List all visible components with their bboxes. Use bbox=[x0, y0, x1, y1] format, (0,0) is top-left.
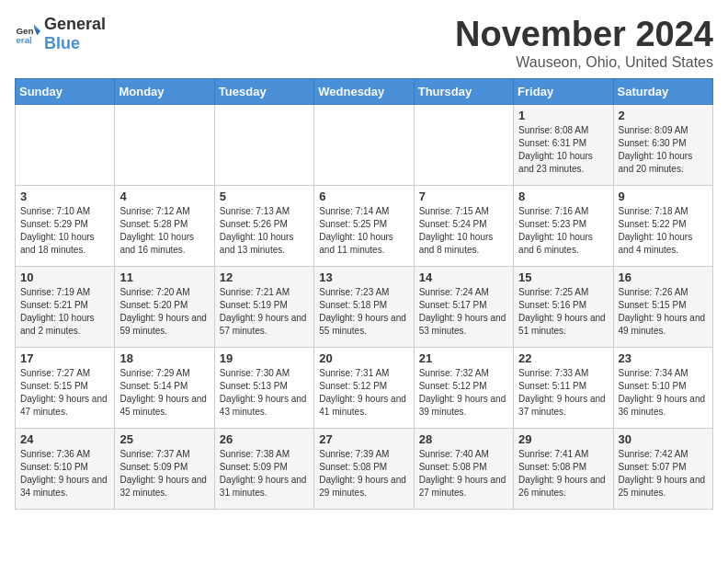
page-header: Gen eral General Blue November 2024 Waus… bbox=[15, 15, 713, 71]
day-info: Sunrise: 7:14 AM Sunset: 5:25 PM Dayligh… bbox=[319, 205, 408, 257]
weekday-header-monday: Monday bbox=[115, 79, 214, 105]
logo-blue: Blue bbox=[44, 34, 80, 52]
weekday-header-row: SundayMondayTuesdayWednesdayThursdayFrid… bbox=[16, 79, 713, 105]
day-info: Sunrise: 7:13 AM Sunset: 5:26 PM Dayligh… bbox=[220, 205, 309, 257]
calendar-cell: 30Sunrise: 7:42 AM Sunset: 5:07 PM Dayli… bbox=[613, 429, 712, 510]
day-number: 28 bbox=[419, 432, 508, 446]
calendar-cell: 23Sunrise: 7:34 AM Sunset: 5:10 PM Dayli… bbox=[613, 348, 712, 429]
day-number: 30 bbox=[619, 432, 708, 446]
logo-wordmark: General Blue bbox=[44, 15, 106, 53]
day-number: 7 bbox=[419, 190, 508, 203]
calendar-cell bbox=[414, 105, 513, 186]
day-info: Sunrise: 7:34 AM Sunset: 5:10 PM Dayligh… bbox=[619, 367, 708, 419]
day-number: 3 bbox=[20, 190, 109, 203]
day-info: Sunrise: 7:32 AM Sunset: 5:12 PM Dayligh… bbox=[419, 367, 508, 419]
weekday-header-wednesday: Wednesday bbox=[314, 79, 414, 105]
weekday-header-saturday: Saturday bbox=[613, 79, 712, 105]
day-info: Sunrise: 7:16 AM Sunset: 5:23 PM Dayligh… bbox=[518, 205, 608, 257]
logo-general: General bbox=[44, 15, 106, 33]
day-info: Sunrise: 7:39 AM Sunset: 5:08 PM Dayligh… bbox=[319, 448, 408, 500]
day-number: 15 bbox=[518, 270, 608, 284]
calendar-cell: 12Sunrise: 7:21 AM Sunset: 5:19 PM Dayli… bbox=[214, 267, 313, 348]
day-info: Sunrise: 7:23 AM Sunset: 5:18 PM Dayligh… bbox=[319, 286, 408, 338]
calendar-cell: 4Sunrise: 7:12 AM Sunset: 5:28 PM Daylig… bbox=[115, 186, 214, 267]
calendar-cell bbox=[214, 105, 313, 186]
calendar-cell: 25Sunrise: 7:37 AM Sunset: 5:09 PM Dayli… bbox=[115, 429, 214, 510]
day-number: 13 bbox=[319, 270, 408, 284]
calendar-title: November 2024 bbox=[455, 15, 713, 54]
day-info: Sunrise: 7:38 AM Sunset: 5:09 PM Dayligh… bbox=[220, 448, 309, 500]
calendar-cell: 9Sunrise: 7:18 AM Sunset: 5:22 PM Daylig… bbox=[613, 186, 712, 267]
day-info: Sunrise: 7:36 AM Sunset: 5:10 PM Dayligh… bbox=[20, 448, 109, 500]
day-number: 21 bbox=[419, 351, 508, 365]
weekday-header-friday: Friday bbox=[514, 79, 613, 105]
calendar-cell: 17Sunrise: 7:27 AM Sunset: 5:15 PM Dayli… bbox=[16, 348, 115, 429]
calendar-cell: 7Sunrise: 7:15 AM Sunset: 5:24 PM Daylig… bbox=[414, 186, 513, 267]
weekday-header-sunday: Sunday bbox=[16, 79, 115, 105]
day-number: 20 bbox=[319, 351, 408, 365]
day-info: Sunrise: 7:30 AM Sunset: 5:13 PM Dayligh… bbox=[220, 367, 309, 419]
day-info: Sunrise: 7:21 AM Sunset: 5:19 PM Dayligh… bbox=[220, 286, 309, 338]
calendar-cell: 29Sunrise: 7:41 AM Sunset: 5:08 PM Dayli… bbox=[514, 429, 613, 510]
day-info: Sunrise: 7:10 AM Sunset: 5:29 PM Dayligh… bbox=[20, 205, 109, 257]
day-info: Sunrise: 7:37 AM Sunset: 5:09 PM Dayligh… bbox=[119, 448, 209, 500]
day-info: Sunrise: 7:19 AM Sunset: 5:21 PM Dayligh… bbox=[20, 286, 109, 338]
day-number: 24 bbox=[20, 432, 109, 446]
calendar-cell: 19Sunrise: 7:30 AM Sunset: 5:13 PM Dayli… bbox=[214, 348, 313, 429]
calendar-cell: 22Sunrise: 7:33 AM Sunset: 5:11 PM Dayli… bbox=[514, 348, 613, 429]
day-number: 25 bbox=[119, 432, 209, 446]
day-info: Sunrise: 7:26 AM Sunset: 5:15 PM Dayligh… bbox=[619, 286, 708, 338]
calendar-cell: 28Sunrise: 7:40 AM Sunset: 5:08 PM Dayli… bbox=[414, 429, 513, 510]
day-number: 1 bbox=[518, 109, 608, 122]
day-number: 18 bbox=[119, 351, 209, 365]
day-number: 8 bbox=[518, 190, 608, 203]
day-info: Sunrise: 7:33 AM Sunset: 5:11 PM Dayligh… bbox=[518, 367, 608, 419]
calendar-cell bbox=[314, 105, 414, 186]
calendar-cell: 21Sunrise: 7:32 AM Sunset: 5:12 PM Dayli… bbox=[414, 348, 513, 429]
calendar-cell bbox=[16, 105, 115, 186]
week-row-2: 3Sunrise: 7:10 AM Sunset: 5:29 PM Daylig… bbox=[16, 186, 713, 267]
day-info: Sunrise: 7:31 AM Sunset: 5:12 PM Dayligh… bbox=[319, 367, 408, 419]
week-row-3: 10Sunrise: 7:19 AM Sunset: 5:21 PM Dayli… bbox=[16, 267, 713, 348]
day-info: Sunrise: 7:18 AM Sunset: 5:22 PM Dayligh… bbox=[619, 205, 708, 257]
day-number: 22 bbox=[518, 351, 608, 365]
logo-icon: Gen eral bbox=[15, 21, 40, 47]
calendar-cell: 16Sunrise: 7:26 AM Sunset: 5:15 PM Dayli… bbox=[613, 267, 712, 348]
day-number: 26 bbox=[220, 432, 309, 446]
day-number: 5 bbox=[220, 190, 309, 203]
day-info: Sunrise: 7:12 AM Sunset: 5:28 PM Dayligh… bbox=[119, 205, 209, 257]
calendar-cell: 26Sunrise: 7:38 AM Sunset: 5:09 PM Dayli… bbox=[214, 429, 313, 510]
calendar-table: SundayMondayTuesdayWednesdayThursdayFrid… bbox=[15, 78, 713, 510]
calendar-cell: 6Sunrise: 7:14 AM Sunset: 5:25 PM Daylig… bbox=[314, 186, 414, 267]
week-row-5: 24Sunrise: 7:36 AM Sunset: 5:10 PM Dayli… bbox=[16, 429, 713, 510]
calendar-cell: 1Sunrise: 8:08 AM Sunset: 6:31 PM Daylig… bbox=[514, 105, 613, 186]
day-number: 2 bbox=[619, 109, 708, 122]
day-info: Sunrise: 8:09 AM Sunset: 6:30 PM Dayligh… bbox=[619, 124, 708, 176]
day-number: 11 bbox=[119, 270, 209, 284]
day-number: 4 bbox=[119, 190, 209, 203]
day-number: 23 bbox=[619, 351, 708, 365]
calendar-cell: 18Sunrise: 7:29 AM Sunset: 5:14 PM Dayli… bbox=[115, 348, 214, 429]
day-number: 10 bbox=[20, 270, 109, 284]
week-row-1: 1Sunrise: 8:08 AM Sunset: 6:31 PM Daylig… bbox=[16, 105, 713, 186]
calendar-cell: 5Sunrise: 7:13 AM Sunset: 5:26 PM Daylig… bbox=[214, 186, 313, 267]
day-info: Sunrise: 7:24 AM Sunset: 5:17 PM Dayligh… bbox=[419, 286, 508, 338]
day-info: Sunrise: 7:27 AM Sunset: 5:15 PM Dayligh… bbox=[20, 367, 109, 419]
calendar-cell: 10Sunrise: 7:19 AM Sunset: 5:21 PM Dayli… bbox=[16, 267, 115, 348]
calendar-cell: 15Sunrise: 7:25 AM Sunset: 5:16 PM Dayli… bbox=[514, 267, 613, 348]
calendar-cell: 14Sunrise: 7:24 AM Sunset: 5:17 PM Dayli… bbox=[414, 267, 513, 348]
day-number: 9 bbox=[619, 190, 708, 203]
calendar-subtitle: Wauseon, Ohio, United States bbox=[455, 54, 713, 71]
calendar-cell: 20Sunrise: 7:31 AM Sunset: 5:12 PM Dayli… bbox=[314, 348, 414, 429]
day-info: Sunrise: 7:40 AM Sunset: 5:08 PM Dayligh… bbox=[419, 448, 508, 500]
day-number: 27 bbox=[319, 432, 408, 446]
day-number: 17 bbox=[20, 351, 109, 365]
logo: Gen eral General Blue bbox=[15, 15, 106, 53]
day-info: Sunrise: 8:08 AM Sunset: 6:31 PM Dayligh… bbox=[518, 124, 608, 176]
day-number: 16 bbox=[619, 270, 708, 284]
calendar-cell: 8Sunrise: 7:16 AM Sunset: 5:23 PM Daylig… bbox=[514, 186, 613, 267]
day-number: 19 bbox=[220, 351, 309, 365]
day-info: Sunrise: 7:29 AM Sunset: 5:14 PM Dayligh… bbox=[119, 367, 209, 419]
calendar-cell: 27Sunrise: 7:39 AM Sunset: 5:08 PM Dayli… bbox=[314, 429, 414, 510]
weekday-header-thursday: Thursday bbox=[414, 79, 513, 105]
